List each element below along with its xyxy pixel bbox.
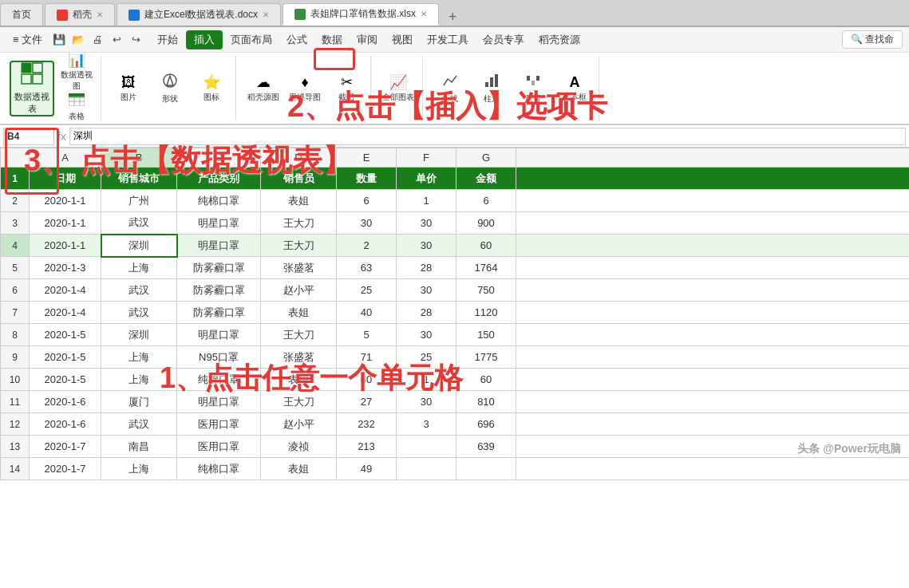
cell-amount-12[interactable]: 696 [456,413,516,436]
cell-amount-4[interactable]: 60 [456,235,516,257]
menu-formula[interactable]: 公式 [280,30,314,49]
word-close-icon[interactable]: ✕ [263,10,269,19]
cell-amount-2[interactable]: 6 [456,190,516,212]
text-box-button[interactable]: A 文本框 [555,70,594,107]
cell-date-9[interactable]: 2020-1-5 [30,346,101,369]
cell-qty-8[interactable]: 5 [337,324,397,346]
cell-price-7[interactable]: 28 [397,302,456,324]
excel-close-icon[interactable]: ✕ [421,10,427,18]
cell-date-7[interactable]: 2020-1-4 [30,302,101,324]
cell-product-11[interactable]: 明星口罩 [177,391,261,413]
header-price[interactable]: 单价 [397,168,456,190]
picture-button[interactable]: 🖼 图片 [109,70,148,107]
menu-review[interactable]: 审阅 [350,30,384,49]
cell-product-10[interactable]: 纯棉口罩 [177,369,261,391]
cell-date-2[interactable]: 2020-1-1 [30,190,101,212]
menu-data[interactable]: 数据 [315,30,349,49]
cell-amount-13[interactable]: 639 [456,436,516,458]
cell-price-6[interactable]: 30 [397,279,456,302]
cell-price-14[interactable] [397,458,456,480]
cell-product-7[interactable]: 防雾霾口罩 [177,302,261,324]
col-header-a[interactable]: A [30,148,101,168]
menu-member[interactable]: 会员专享 [476,30,531,49]
cell-qty-13[interactable]: 213 [337,436,397,458]
cell-seller-2[interactable]: 表姐 [261,190,337,212]
cell-amount-7[interactable]: 1120 [456,302,516,324]
cell-date-13[interactable]: 2020-1-7 [30,436,101,458]
cell-seller-7[interactable]: 表姐 [261,302,337,324]
menu-developer[interactable]: 开发工具 [421,30,475,49]
cell-city-3[interactable]: 武汉 [101,212,177,235]
cell-city-10[interactable]: 上海 [101,369,177,391]
header-date[interactable]: 日期 [30,168,101,190]
table-button[interactable]: 表格 [57,92,96,124]
all-charts-button[interactable]: 📈 全部图表 [379,70,417,107]
cell-seller-9[interactable]: 张盛茗 [261,346,337,369]
cell-amount-3[interactable]: 900 [456,212,516,235]
cell-city-14[interactable]: 上海 [101,458,177,480]
cell-amount-6[interactable]: 750 [456,279,516,302]
menu-start[interactable]: 开始 [151,30,184,49]
cell-qty-6[interactable]: 25 [337,279,397,302]
formula-input[interactable] [69,128,906,145]
print-icon[interactable]: 🖨 [89,31,106,49]
menu-file[interactable]: ≡ 文件 [6,30,49,49]
cell-date-10[interactable]: 2020-1-5 [30,369,101,391]
pivot-table-button[interactable]: 数据透视表 [10,61,54,116]
cell-seller-3[interactable]: 王大刀 [261,212,337,235]
profit-loss-button[interactable]: 盈亏 [514,70,552,107]
cell-price-11[interactable]: 30 [397,391,456,413]
cell-product-14[interactable]: 纯棉口罩 [177,458,261,480]
cell-amount-9[interactable]: 1775 [456,346,516,369]
menu-page-layout[interactable]: 页面布局 [224,30,279,49]
cell-city-2[interactable]: 广州 [101,190,177,212]
icon-button[interactable]: ⭐ 图标 [192,70,231,107]
menu-view[interactable]: 视图 [385,30,419,49]
cell-seller-13[interactable]: 凌祯 [261,436,337,458]
cell-seller-14[interactable]: 表姐 [261,458,337,480]
cell-product-4[interactable]: 明星口罩 [177,235,261,257]
open-icon[interactable]: 📂 [69,31,87,49]
cell-seller-5[interactable]: 张盛茗 [261,257,337,279]
cell-date-14[interactable]: 2020-1-7 [30,458,101,480]
daoke-source-button[interactable]: ☁ 稻壳源图 [244,70,283,107]
cell-amount-11[interactable]: 810 [456,391,516,413]
bar-chart-button[interactable]: 柱形 [472,70,511,107]
cell-product-8[interactable]: 明星口罩 [177,324,261,346]
menu-daoke-resources[interactable]: 稻壳资源 [532,30,587,49]
cell-amount-8[interactable]: 150 [456,324,516,346]
cell-seller-4[interactable]: 王大刀 [261,235,337,257]
cell-amount-14[interactable] [456,458,516,480]
cell-qty-2[interactable]: 6 [337,190,397,212]
tab-daoke[interactable]: 稻壳 ✕ [45,3,115,26]
cell-qty-4[interactable]: 2 [337,235,397,257]
cell-qty-3[interactable]: 30 [337,212,397,235]
cell-price-13[interactable] [397,436,456,458]
cell-product-6[interactable]: 防雾霾口罩 [177,279,261,302]
tab-word[interactable]: 建立Excel数据透视表.docx ✕ [117,3,281,26]
cell-seller-10[interactable]: 表姐 [261,369,337,391]
tab-excel[interactable]: 表姐牌口罩销售数据.xlsx ✕ [283,3,439,26]
col-header-b[interactable]: B [101,148,177,168]
cell-price-10[interactable]: 1 [397,369,456,391]
search-button[interactable]: 🔍 查找命 [842,30,903,49]
cell-qty-11[interactable]: 27 [337,391,397,413]
cell-date-8[interactable]: 2020-1-5 [30,324,101,346]
cell-date-4[interactable]: 2020-1-1 [30,235,101,257]
col-header-e[interactable]: E [337,148,397,168]
cell-qty-9[interactable]: 71 [337,346,397,369]
cell-price-5[interactable]: 28 [397,257,456,279]
cell-amount-10[interactable]: 60 [456,369,516,391]
cell-date-6[interactable]: 2020-1-4 [30,279,101,302]
redo-icon[interactable]: ↪ [127,31,144,49]
cell-city-8[interactable]: 深圳 [101,324,177,346]
cell-seller-6[interactable]: 赵小平 [261,279,337,302]
cell-product-13[interactable]: 医用口罩 [177,436,261,458]
header-amount[interactable]: 金额 [456,168,516,190]
cell-qty-5[interactable]: 63 [337,257,397,279]
header-city[interactable]: 销售城市 [101,168,177,190]
cell-product-12[interactable]: 医用口罩 [177,413,261,436]
cell-city-13[interactable]: 南昌 [101,436,177,458]
cell-date-3[interactable]: 2020-1-1 [30,212,101,235]
cell-date-11[interactable]: 2020-1-6 [30,391,101,413]
